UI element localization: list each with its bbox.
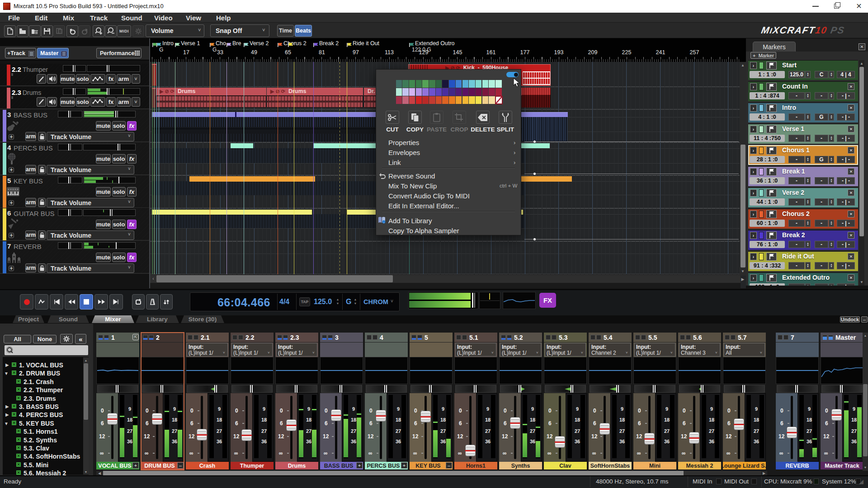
svg-text:↓: ↓ (383, 221, 385, 224)
